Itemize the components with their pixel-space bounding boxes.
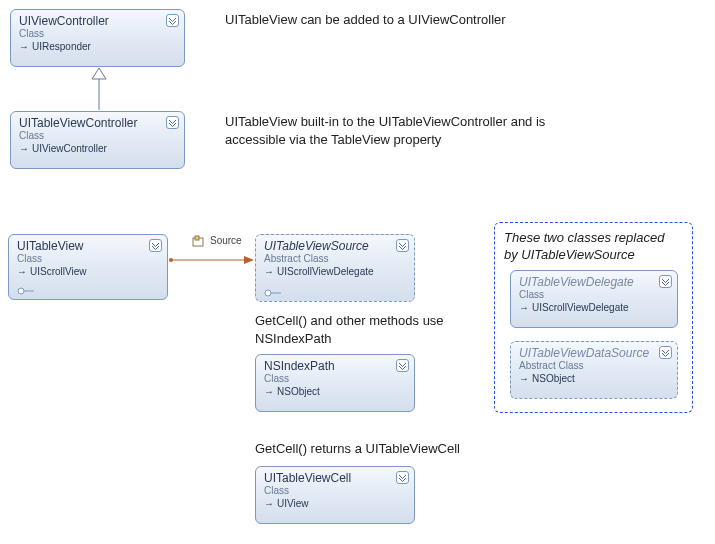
class-uitableviewcell[interactable]: UITableViewCell Class → UIView — [255, 466, 415, 524]
expand-icon[interactable] — [166, 116, 179, 129]
property-icon — [192, 235, 206, 251]
svg-point-2 — [18, 288, 24, 294]
expand-icon[interactable] — [396, 471, 409, 484]
arrow-icon: → — [519, 302, 529, 313]
class-kind: Class — [264, 485, 408, 496]
expand-icon[interactable] — [166, 14, 179, 27]
class-title: NSIndexPath — [264, 359, 408, 373]
lollipop-icon — [17, 287, 35, 295]
class-parent: → UIScrollViewDelegate — [264, 266, 408, 277]
class-title: UITableViewController — [19, 116, 178, 130]
svg-point-9 — [265, 290, 271, 296]
class-kind: Class — [264, 373, 408, 384]
dependency-arrow-source — [168, 253, 256, 267]
class-parent: → UIViewController — [19, 143, 178, 154]
arrow-icon: → — [17, 266, 27, 277]
annotation-nsindexpath: GetCell() and other methods use NSIndexP… — [255, 312, 475, 347]
svg-marker-5 — [244, 256, 254, 264]
dependency-label-source: Source — [210, 235, 242, 246]
class-parent-name: UIScrollView — [30, 266, 87, 277]
class-parent: → NSObject — [264, 386, 408, 397]
class-parent: → UIScrollViewDelegate — [519, 302, 671, 313]
arrow-icon: → — [264, 498, 274, 509]
class-uitableviewcontroller[interactable]: UITableViewController Class → UIViewCont… — [10, 111, 185, 169]
class-kind: Class — [519, 289, 671, 300]
inheritance-arrow — [90, 67, 108, 111]
class-kind: Abstract Class — [519, 360, 671, 371]
class-uitableviewsource[interactable]: UITableViewSource Abstract Class → UIScr… — [255, 234, 415, 302]
class-kind: Abstract Class — [264, 253, 408, 264]
svg-rect-8 — [195, 236, 199, 240]
expand-icon[interactable] — [659, 275, 672, 288]
class-title: UITableViewDataSource — [519, 346, 671, 360]
arrow-icon: → — [519, 373, 529, 384]
class-parent: → UIScrollView — [17, 266, 161, 277]
svg-marker-1 — [92, 68, 106, 79]
class-title: UITableViewCell — [264, 471, 408, 485]
svg-point-6 — [169, 258, 173, 262]
class-title: UIViewController — [19, 14, 178, 28]
class-kind: Class — [19, 130, 178, 141]
annotation-replaced-line2: by UITableViewSource — [504, 246, 694, 264]
annotation-uitableviewcell: GetCell() returns a UITableViewCell — [255, 440, 515, 458]
class-parent-name: UIViewController — [32, 143, 107, 154]
annotation-replaced-line1: These two classes replaced — [504, 229, 694, 247]
class-parent: → UIView — [264, 498, 408, 509]
class-parent: → NSObject — [519, 373, 671, 384]
class-title: UITableViewSource — [264, 239, 408, 253]
class-kind: Class — [19, 28, 178, 39]
class-title: UITableViewDelegate — [519, 275, 671, 289]
class-title: UITableView — [17, 239, 161, 253]
arrow-icon: → — [264, 386, 274, 397]
class-parent-name: UIScrollViewDelegate — [277, 266, 374, 277]
lollipop-icon — [264, 289, 282, 297]
expand-icon[interactable] — [659, 346, 672, 359]
class-parent-name: UIView — [277, 498, 309, 509]
arrow-icon: → — [19, 41, 29, 52]
class-nsindexpath[interactable]: NSIndexPath Class → NSObject — [255, 354, 415, 412]
class-uitableview[interactable]: UITableView Class → UIScrollView — [8, 234, 168, 300]
expand-icon[interactable] — [396, 239, 409, 252]
class-uiviewcontroller[interactable]: UIViewController Class → UIResponder — [10, 9, 185, 67]
class-uitableviewdatasource[interactable]: UITableViewDataSource Abstract Class → N… — [510, 341, 678, 399]
class-kind: Class — [17, 253, 161, 264]
class-parent-name: NSObject — [277, 386, 320, 397]
class-uitableviewdelegate[interactable]: UITableViewDelegate Class → UIScrollView… — [510, 270, 678, 328]
annotation-uiviewcontroller: UITableView can be added to a UIViewCont… — [225, 11, 605, 29]
annotation-uitableviewcontroller: UITableView built-in to the UITableViewC… — [225, 113, 605, 148]
arrow-icon: → — [19, 143, 29, 154]
class-parent-name: UIResponder — [32, 41, 91, 52]
class-parent-name: NSObject — [532, 373, 575, 384]
expand-icon[interactable] — [396, 359, 409, 372]
class-parent-name: UIScrollViewDelegate — [532, 302, 629, 313]
arrow-icon: → — [264, 266, 274, 277]
expand-icon[interactable] — [149, 239, 162, 252]
class-parent: → UIResponder — [19, 41, 178, 52]
